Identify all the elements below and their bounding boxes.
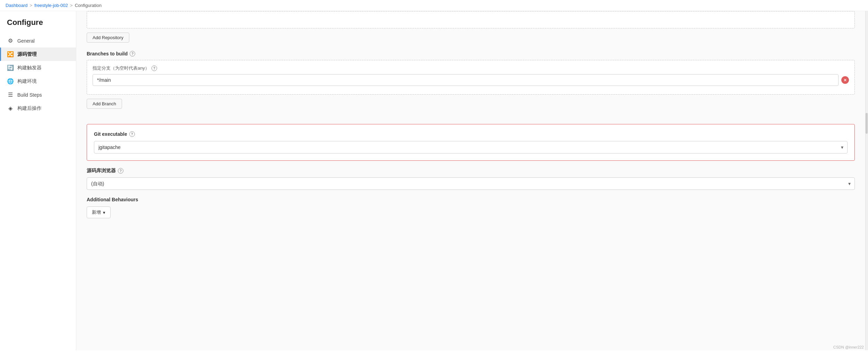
additional-behaviours-section: Additional Behaviours 新增 ▾: [87, 197, 855, 218]
git-executable-help-icon[interactable]: ?: [129, 131, 135, 137]
sidebar-item-source-management[interactable]: 🔀 源码管理: [0, 47, 76, 61]
breadcrumb-job[interactable]: freestyle-job-002: [34, 3, 68, 8]
scrollbar-thumb[interactable]: [866, 113, 868, 134]
sidebar-label-post-build: 构建后操作: [17, 105, 42, 112]
sidebar-label-general: General: [17, 38, 35, 44]
add-branch-label: Add Branch: [93, 101, 116, 106]
source-browser-select-wrapper: (自动) Gitiles GitHub BitBucket ▾: [87, 177, 855, 190]
git-executable-title: Git executable: [94, 131, 127, 137]
source-browser-help-icon[interactable]: ?: [118, 168, 123, 174]
main-content: Add Repository Branches to build ? 指定分支（…: [76, 11, 865, 350]
source-browser-select[interactable]: (自动) Gitiles GitHub BitBucket: [87, 177, 855, 190]
breadcrumb-sep-1: >: [30, 3, 33, 8]
git-executable-select-wrapper: jgitapache git Default ▾: [94, 141, 848, 153]
branch-row: 指定分支（为空时代表any） ? ×: [93, 65, 849, 86]
source-browser-section: 源码库浏览器 ? (自动) Gitiles GitHub BitBucket ▾: [87, 168, 855, 190]
scrollbar-track[interactable]: [865, 11, 868, 350]
branch-input[interactable]: [93, 74, 839, 86]
top-repository-box: [87, 11, 855, 28]
git-executable-section: Git executable ? jgitapache git Default …: [87, 124, 855, 161]
branches-label: Branches to build ?: [87, 51, 855, 56]
branch-delete-button[interactable]: ×: [841, 76, 849, 84]
sidebar-title: Configure: [0, 18, 76, 34]
add-repository-label: Add Repository: [93, 35, 123, 40]
breadcrumb: Dashboard > freestyle-job-002 > Configur…: [0, 0, 868, 11]
sidebar-item-build-env[interactable]: 🌐 构建环境: [0, 74, 76, 88]
branch-sublabel: 指定分支（为空时代表any）: [93, 65, 149, 71]
breadcrumb-dashboard[interactable]: Dashboard: [6, 3, 28, 8]
git-executable-label: Git executable ?: [94, 131, 848, 137]
sidebar-label-build-steps: Build Steps: [17, 92, 42, 98]
watermark: CSDN @inner222: [833, 345, 864, 349]
sidebar-item-build-steps[interactable]: ☰ Build Steps: [0, 88, 76, 102]
gear-icon: ⚙: [7, 37, 14, 44]
refresh-icon: 🔄: [7, 64, 14, 71]
branch-sublabel-help-icon[interactable]: ?: [151, 65, 157, 71]
branch-sublabel-row: 指定分支（为空时代表any） ?: [93, 65, 849, 71]
xinjia-chevron-icon: ▾: [103, 210, 105, 215]
additional-behaviours-label: Additional Behaviours: [87, 197, 855, 202]
source-browser-title: 源码库浏览器: [87, 168, 116, 174]
breadcrumb-sep-2: >: [70, 3, 73, 8]
source-browser-label: 源码库浏览器 ?: [87, 168, 855, 174]
add-repository-button[interactable]: Add Repository: [87, 33, 129, 43]
xinjia-button[interactable]: 新增 ▾: [87, 206, 111, 218]
git-executable-select[interactable]: jgitapache git Default: [94, 141, 848, 153]
sidebar-label-build-triggers: 构建触发器: [17, 65, 42, 71]
breadcrumb-config: Configuration: [75, 3, 102, 8]
add-branch-button[interactable]: Add Branch: [87, 99, 122, 109]
branches-help-icon[interactable]: ?: [130, 51, 135, 56]
sidebar-item-general[interactable]: ⚙ General: [0, 34, 76, 47]
branches-title: Branches to build: [87, 51, 128, 56]
branch-field-group: 指定分支（为空时代表any） ? ×: [93, 65, 849, 86]
sidebar-label-build-env: 构建环境: [17, 78, 37, 85]
sidebar-item-build-triggers[interactable]: 🔄 构建触发器: [0, 61, 76, 74]
branches-section: Branches to build ? 指定分支（为空时代表any） ? ×: [87, 51, 855, 117]
branch-icon: 🔀: [7, 51, 14, 58]
xinjia-label: 新增: [92, 209, 101, 215]
branches-dashed-box: 指定分支（为空时代表any） ? ×: [87, 60, 855, 95]
sidebar: Configure ⚙ General 🔀 源码管理 🔄 构建触发器 🌐 构建环…: [0, 11, 76, 350]
list-icon: ☰: [7, 91, 14, 98]
sidebar-item-post-build[interactable]: ◈ 构建后操作: [0, 102, 76, 115]
diamond-icon: ◈: [7, 105, 14, 112]
sidebar-label-source-management: 源码管理: [17, 51, 37, 58]
branch-input-row: ×: [93, 74, 849, 86]
globe-icon: 🌐: [7, 78, 14, 85]
